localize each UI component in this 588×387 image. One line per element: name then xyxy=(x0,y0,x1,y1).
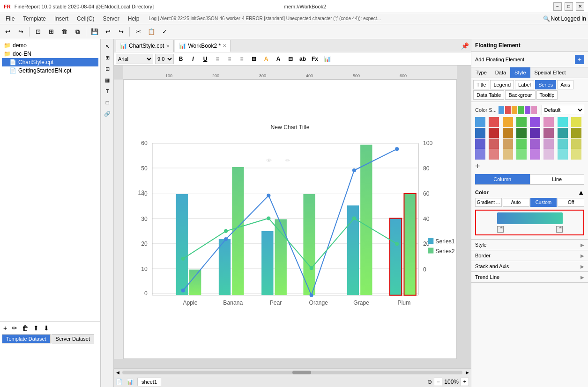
cut-btn[interactable]: ✂ xyxy=(133,26,144,37)
search-icon[interactable]: 🔍 xyxy=(543,15,550,22)
color-cell[interactable] xyxy=(571,139,581,149)
scroll-track[interactable] xyxy=(122,371,462,374)
format-btn[interactable]: ab xyxy=(298,54,308,64)
chart-btn[interactable]: 📊 xyxy=(322,54,332,64)
color-cell[interactable] xyxy=(571,128,581,138)
subtab-label[interactable]: Label xyxy=(515,80,534,89)
color-cell[interactable] xyxy=(543,128,554,138)
tab-special-effect[interactable]: Special Effect xyxy=(530,67,570,78)
zoom-minus-btn[interactable]: − xyxy=(434,378,442,386)
point-line2-4[interactable] xyxy=(352,216,356,220)
color-cell[interactable] xyxy=(530,117,540,127)
gradient-btn-auto[interactable]: Auto xyxy=(503,198,529,207)
side-table-btn[interactable]: ▦ xyxy=(102,75,112,85)
size-select[interactable]: 9.0 xyxy=(155,54,174,64)
color-cell[interactable] xyxy=(503,117,513,127)
chart-type-line[interactable]: Line xyxy=(530,174,585,184)
color-cell[interactable] xyxy=(530,139,540,149)
color-cell[interactable] xyxy=(558,128,568,138)
point-line2-1[interactable] xyxy=(224,229,228,233)
ds-tab-template[interactable]: Template Dataset xyxy=(2,334,51,343)
point-line1-0[interactable] xyxy=(181,289,185,292)
tab-pin-btn[interactable]: 📌 xyxy=(461,42,469,50)
align-left-btn[interactable]: ≡ xyxy=(212,54,223,64)
tab-style[interactable]: Style xyxy=(510,67,530,78)
tab-chartstyle[interactable]: 📊 ChartStyle.cpt ✕ xyxy=(116,40,174,52)
color-cell[interactable] xyxy=(489,149,499,160)
color-cell[interactable] xyxy=(558,117,568,127)
redo2-btn[interactable]: ↪ xyxy=(115,26,127,37)
tree-item-doc-en[interactable]: 📁 doc-EN xyxy=(2,50,98,58)
tab-type[interactable]: Type xyxy=(471,67,491,78)
subtab-series[interactable]: Series xyxy=(535,80,556,89)
accordion-border-header[interactable]: Border ▶ xyxy=(471,250,588,261)
merge-btn[interactable]: ⊞ xyxy=(249,54,259,64)
color-cell[interactable] xyxy=(558,149,568,160)
point-line1-2[interactable] xyxy=(267,194,270,197)
italic-btn[interactable]: I xyxy=(188,54,198,64)
subtab-axis[interactable]: Axis xyxy=(557,80,573,89)
color-cell[interactable] xyxy=(475,149,485,160)
tab-close1[interactable]: ✕ xyxy=(166,44,170,49)
color-cell[interactable] xyxy=(543,139,554,149)
color-cell[interactable] xyxy=(475,117,485,127)
gradient-preview[interactable] xyxy=(475,210,584,235)
maximize-button[interactable]: □ xyxy=(565,2,573,11)
subtab-tooltip[interactable]: Tooltip xyxy=(536,90,558,100)
tab-close2[interactable]: ✕ xyxy=(223,43,226,48)
menu-server[interactable]: Server xyxy=(99,15,123,23)
point-line1-5[interactable] xyxy=(395,147,399,151)
user-status[interactable]: Not Logged In xyxy=(551,15,586,22)
add-color-btn[interactable]: + xyxy=(475,161,584,171)
new-btn[interactable]: ↩ xyxy=(2,26,13,37)
subtab-title[interactable]: Title xyxy=(473,80,489,89)
bar-series1-plum[interactable] xyxy=(390,218,402,295)
menu-cell[interactable]: Cell(C) xyxy=(73,15,98,23)
color-cell[interactable] xyxy=(543,117,554,127)
check-btn[interactable]: ✓ xyxy=(159,26,170,37)
sheet-tab-sheet1[interactable]: sheet1 xyxy=(137,378,161,386)
color-cell[interactable] xyxy=(516,128,527,138)
zoom-plus-btn[interactable]: + xyxy=(461,378,469,386)
color-cell[interactable] xyxy=(516,139,527,149)
font-color-btn[interactable]: A xyxy=(273,54,283,64)
tree-item-gettingstarted[interactable]: 📄 GettingStartedEN.cpt xyxy=(2,66,98,75)
redo-btn[interactable]: ↪ xyxy=(15,26,26,37)
color-cell[interactable] xyxy=(489,139,499,149)
color-cell[interactable] xyxy=(571,117,581,127)
point-line2-0[interactable] xyxy=(181,257,185,261)
color-cell[interactable] xyxy=(503,149,513,160)
bar-series1-apple[interactable] xyxy=(176,194,188,295)
point-line1-4[interactable] xyxy=(352,168,356,172)
align-center-btn[interactable]: ≡ xyxy=(224,54,235,64)
scroll-right-btn[interactable]: ▶ xyxy=(463,369,471,376)
color-cell[interactable] xyxy=(543,149,554,160)
color-cell[interactable] xyxy=(571,149,581,160)
ds-tab-server[interactable]: Server Dataset xyxy=(52,334,94,343)
accordion-trendline-header[interactable]: Trend Line ▶ xyxy=(471,272,588,282)
color-expand-btn[interactable]: ▲ xyxy=(578,189,584,196)
side-resize-btn[interactable]: ⊞ xyxy=(102,52,112,63)
formula-btn[interactable]: Fx xyxy=(310,54,320,64)
point-line2-3[interactable] xyxy=(310,266,313,270)
side-cursor-btn[interactable]: ↖ xyxy=(102,41,112,51)
color-cell[interactable] xyxy=(503,139,513,149)
minimize-button[interactable]: − xyxy=(553,2,562,11)
color-cell[interactable] xyxy=(489,128,499,138)
undo-btn[interactable]: ↩ xyxy=(102,26,113,37)
menu-file[interactable]: File xyxy=(2,15,18,23)
ds-import-btn[interactable]: ⬆ xyxy=(32,324,40,332)
gradient-btn-custom[interactable]: Custom xyxy=(530,198,557,207)
bar-series2-pear[interactable] xyxy=(275,219,287,295)
side-grid-btn[interactable]: ⊡ xyxy=(102,64,112,74)
copy-btn[interactable]: ⧉ xyxy=(72,26,83,37)
border-btn[interactable]: ⊟ xyxy=(285,54,296,64)
align-right-btn[interactable]: ≡ xyxy=(237,54,247,64)
tab-data[interactable]: Data xyxy=(491,67,510,78)
accordion-stack-header[interactable]: Stack and Axis ▶ xyxy=(471,261,588,271)
chart-canvas[interactable]: 👁 ✏ New Chart Title 60 50 40 xyxy=(123,80,457,359)
accordion-style-header[interactable]: Style ▶ xyxy=(471,240,588,250)
color-cell[interactable] xyxy=(530,149,540,160)
new-file-btn[interactable]: ⊡ xyxy=(32,26,44,37)
add-float-btn[interactable]: + xyxy=(575,55,584,64)
